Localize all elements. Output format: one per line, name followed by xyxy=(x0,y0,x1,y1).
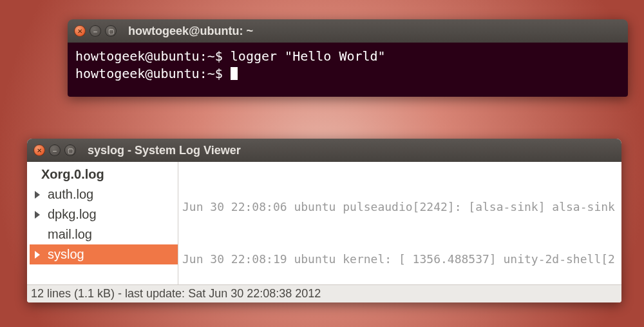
terminal-body[interactable]: howtogeek@ubuntu:~$ logger "Hello World"… xyxy=(68,43,628,97)
chevron-right-icon xyxy=(35,191,40,199)
log-sidebar: Xorg.0.log auth.log dpkg.log mail.log sy… xyxy=(27,162,178,284)
terminal-prompt: howtogeek@ubuntu:~$ xyxy=(75,48,231,64)
terminal-line-2: howtogeek@ubuntu:~$ xyxy=(75,65,620,83)
maximize-icon[interactable]: ▢ xyxy=(64,144,76,156)
terminal-title: howtogeek@ubuntu: ~ xyxy=(128,25,253,38)
sidebar-item-syslog[interactable]: syslog xyxy=(30,244,178,264)
minimize-icon[interactable]: – xyxy=(49,144,61,156)
status-text: 12 lines (1.1 kB) - last update: Sat Jun… xyxy=(31,287,321,300)
chevron-right-icon xyxy=(35,251,40,259)
log-text: Jun 30 22:08:19 ubuntu kernel: [ 1356.48… xyxy=(182,252,615,266)
close-icon[interactable]: ✕ xyxy=(33,144,45,156)
sidebar-item-mail[interactable]: mail.log xyxy=(30,224,178,244)
maximize-icon[interactable]: ▢ xyxy=(105,25,117,37)
close-icon[interactable]: ✕ xyxy=(74,25,86,37)
terminal-titlebar[interactable]: ✕ – ▢ howtogeek@ubuntu: ~ xyxy=(68,19,628,43)
sidebar-item-label: mail.log xyxy=(48,227,92,241)
terminal-line-1: howtogeek@ubuntu:~$ logger "Hello World" xyxy=(75,48,620,65)
sidebar-item-xorg[interactable]: Xorg.0.log xyxy=(30,164,178,184)
sidebar-item-label: syslog xyxy=(48,247,84,261)
log-pane[interactable]: Jun 30 22:08:06 ubuntu pulseaudio[2242]:… xyxy=(178,162,621,284)
logviewer-window: ✕ – ▢ syslog - System Log Viewer Xorg.0.… xyxy=(27,139,621,302)
statusbar: 12 lines (1.1 kB) - last update: Sat Jun… xyxy=(27,284,621,302)
minimize-icon[interactable]: – xyxy=(90,25,101,37)
terminal-window: ✕ – ▢ howtogeek@ubuntu: ~ howtogeek@ubun… xyxy=(68,19,628,97)
sidebar-item-auth[interactable]: auth.log xyxy=(30,184,178,204)
logviewer-content: Xorg.0.log auth.log dpkg.log mail.log sy… xyxy=(27,162,621,284)
sidebar-item-label: dpkg.log xyxy=(48,207,97,221)
logviewer-title: syslog - System Log Viewer xyxy=(88,144,241,157)
sidebar-item-label: Xorg.0.log xyxy=(41,167,104,181)
log-row: Jun 30 22:08:19 ubuntu kernel: [ 1356.48… xyxy=(182,250,621,268)
logviewer-titlebar[interactable]: ✕ – ▢ syslog - System Log Viewer xyxy=(27,139,621,162)
cursor-icon xyxy=(231,67,238,80)
log-row: Jun 30 22:08:06 ubuntu pulseaudio[2242]:… xyxy=(182,198,621,215)
log-text: Jun 30 22:08:06 ubuntu pulseaudio[2242]:… xyxy=(182,200,615,213)
sidebar-item-dpkg[interactable]: dpkg.log xyxy=(30,204,178,224)
chevron-right-icon xyxy=(35,211,40,219)
sidebar-item-label: auth.log xyxy=(48,187,93,201)
terminal-prompt: howtogeek@ubuntu:~$ xyxy=(75,66,231,81)
terminal-command: logger "Hello World" xyxy=(231,48,386,64)
